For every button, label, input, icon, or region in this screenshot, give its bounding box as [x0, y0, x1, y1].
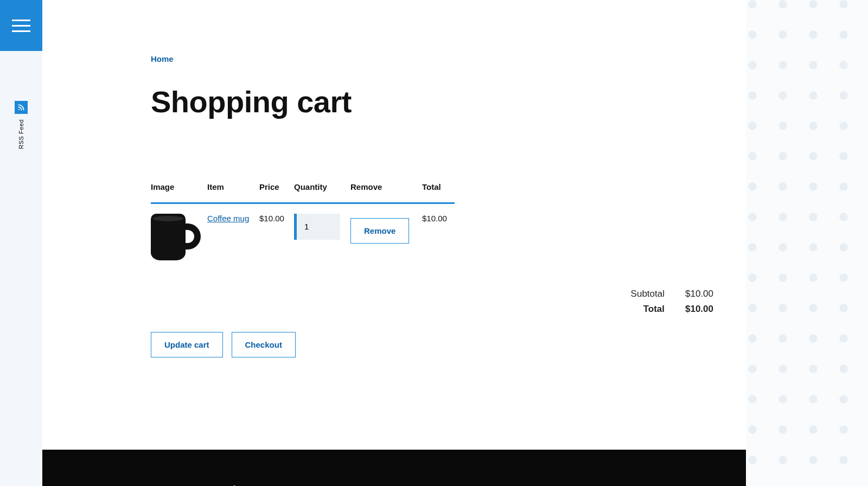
col-remove: Remove: [350, 178, 422, 203]
left-rail: RSS Feed: [0, 0, 42, 486]
decorative-droplet-band: [746, 0, 868, 486]
subtotal-label: Subtotal: [631, 289, 665, 299]
product-price: $10.00: [259, 203, 294, 271]
site-footer: Powered by Drupal: [42, 450, 746, 486]
order-totals: Subtotal $10.00 Total $10.00: [151, 286, 713, 317]
line-total: $10.00: [422, 203, 455, 271]
col-total: Total: [422, 178, 455, 203]
product-image-cell: [151, 203, 207, 271]
menu-toggle-button[interactable]: [0, 0, 42, 51]
update-cart-button[interactable]: Update cart: [151, 332, 223, 357]
remove-button[interactable]: Remove: [350, 218, 409, 244]
breadcrumb-home-link[interactable]: Home: [151, 54, 174, 63]
cart-table: Image Item Price Quantity Remove Total: [151, 178, 455, 271]
total-value: $10.00: [685, 304, 713, 315]
product-link[interactable]: Coffee mug: [207, 214, 249, 223]
page-title: Shopping cart: [151, 86, 585, 118]
col-price: Price: [259, 178, 294, 203]
total-label: Total: [643, 304, 665, 315]
cart-row: Coffee mug $10.00 Remove $10.00: [151, 203, 455, 271]
rss-block: RSS Feed: [15, 101, 28, 149]
breadcrumb: Home: [151, 54, 585, 63]
svg-point-0: [18, 109, 20, 110]
rss-icon[interactable]: [15, 101, 28, 114]
subtotal-value: $10.00: [685, 289, 713, 299]
checkout-button[interactable]: Checkout: [232, 332, 296, 357]
col-image: Image: [151, 178, 207, 203]
product-image: [151, 214, 199, 261]
rss-label: RSS Feed: [18, 119, 24, 149]
col-item: Item: [207, 178, 259, 203]
page: Home Shopping cart Image Item Price Quan…: [42, 0, 746, 486]
quantity-wrapper: [294, 214, 347, 240]
cart-actions: Update cart Checkout: [151, 332, 585, 357]
quantity-input[interactable]: [297, 214, 340, 240]
col-quantity: Quantity: [294, 178, 350, 203]
